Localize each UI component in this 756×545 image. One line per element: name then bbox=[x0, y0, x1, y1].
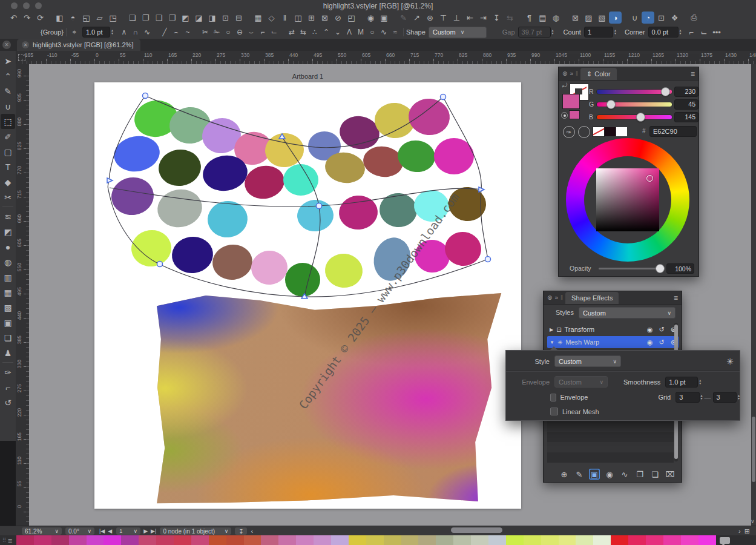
convert-slash-icon[interactable]: ⊘ bbox=[332, 12, 344, 24]
palette-swatch[interactable] bbox=[471, 535, 488, 545]
rotate-90-icon[interactable]: ◱ bbox=[80, 12, 93, 24]
channel-slider-track[interactable] bbox=[596, 89, 672, 94]
direct-select-tool[interactable]: ⌃ bbox=[1, 68, 15, 84]
blend-tool-icon[interactable]: ◉ bbox=[364, 12, 377, 24]
palette-swatch[interactable] bbox=[663, 535, 681, 545]
palette-swatch[interactable] bbox=[51, 535, 69, 545]
node-cusp-icon[interactable]: ∧ bbox=[119, 26, 130, 38]
trim-icon[interactable]: ◪ bbox=[192, 12, 205, 24]
rotate-canvas-tool[interactable]: ↺ bbox=[1, 395, 15, 410]
shape-stack-tool[interactable]: ❏ bbox=[1, 330, 15, 345]
panel-menu-icon[interactable]: ≡ bbox=[691, 70, 695, 78]
intersect-icon[interactable]: ❑ bbox=[153, 12, 165, 24]
text-tool[interactable]: T bbox=[1, 159, 15, 174]
channel-slider-thumb[interactable] bbox=[661, 87, 670, 96]
smooth-path-icon[interactable]: ≈ bbox=[390, 26, 401, 38]
crop-shape-icon[interactable]: ⊡ bbox=[219, 12, 232, 24]
magnet-icon[interactable]: ∪ bbox=[628, 12, 641, 24]
pattern-tool[interactable]: ▩ bbox=[1, 300, 15, 315]
redo-icon[interactable]: ↷ bbox=[21, 12, 33, 24]
grid-y-stepper[interactable]: ▴▾ bbox=[738, 394, 740, 400]
palette-swatch[interactable] bbox=[104, 535, 121, 545]
palette-swatch[interactable] bbox=[261, 535, 278, 545]
perspective-icon[interactable]: ◇ bbox=[265, 12, 278, 24]
palette-swatch[interactable] bbox=[87, 535, 104, 545]
undo-icon[interactable]: ↶ bbox=[7, 12, 20, 24]
hatch-icon[interactable]: ▧ bbox=[596, 12, 608, 24]
cut-path-icon[interactable]: ✂ bbox=[200, 26, 211, 38]
crop-tool[interactable]: ⌐ bbox=[1, 380, 15, 395]
comment-bubble-icon[interactable] bbox=[720, 537, 730, 544]
gradient-patch-tool[interactable]: ◩ bbox=[1, 224, 15, 239]
channel-value-input[interactable]: 145 bbox=[674, 112, 698, 122]
tab-close-icon[interactable]: ✕ bbox=[22, 41, 29, 48]
palette-swatch[interactable] bbox=[314, 535, 331, 545]
palette-options-icon[interactable]: ≣ bbox=[8, 537, 13, 544]
snap-bounds-icon[interactable]: ⊡ bbox=[655, 12, 668, 24]
grid-y-input[interactable]: 3 bbox=[713, 392, 737, 403]
blob-tool[interactable]: ● bbox=[1, 239, 15, 254]
lattice-icon[interactable]: ▦ bbox=[252, 12, 265, 24]
replicate-icon[interactable]: ‖ bbox=[278, 12, 291, 24]
close-all-tabs-button[interactable]: ✕ bbox=[2, 41, 11, 49]
channel-slider-track[interactable] bbox=[596, 102, 672, 107]
palette-swatch[interactable] bbox=[331, 535, 349, 545]
convert-cross-icon[interactable]: ⊠ bbox=[318, 12, 331, 24]
swap-direction-icon[interactable]: ⇆ bbox=[298, 26, 309, 38]
count-input[interactable]: 1 bbox=[584, 27, 613, 38]
palette-swatch[interactable] bbox=[488, 535, 506, 545]
palette-swatch[interactable] bbox=[453, 535, 471, 545]
document-tab[interactable]: ✕ highlight3.vstyler [RGB] [@61.2%] bbox=[17, 39, 140, 51]
gear-icon[interactable]: ✳ bbox=[726, 357, 734, 366]
node-smooth-icon[interactable]: ∩ bbox=[130, 26, 141, 38]
styles-dropdown[interactable]: Custom ∨ bbox=[579, 307, 675, 319]
count-stepper[interactable]: ▴▾ bbox=[614, 29, 616, 35]
extend-path-icon[interactable]: Λ bbox=[344, 26, 355, 38]
mesh-fill-icon[interactable]: ▨ bbox=[582, 12, 595, 24]
page-dropdown[interactable]: 1∨ bbox=[116, 527, 140, 535]
knife-tool[interactable]: ✂ bbox=[1, 190, 15, 205]
rounded-rect-tool[interactable]: ▣ bbox=[1, 315, 15, 330]
add-effect-button[interactable]: ⊕ bbox=[559, 469, 570, 480]
open-path-icon[interactable]: ⊖ bbox=[234, 26, 245, 38]
toggle-visibility-button[interactable]: ◉ bbox=[604, 469, 615, 480]
symbol-sprayer-tool[interactable]: ♟ bbox=[1, 345, 15, 360]
envelope-checkbox[interactable] bbox=[550, 394, 556, 401]
zoom-dropdown[interactable]: 61.2%∨ bbox=[22, 527, 62, 535]
exclude-icon[interactable]: ❒ bbox=[166, 12, 179, 24]
selection-info-dropdown[interactable]: 0 node (in 1 object)∨ bbox=[160, 527, 231, 535]
reverse-path-icon[interactable]: ⇄ bbox=[286, 26, 297, 38]
rectangle-tool[interactable]: ▢ bbox=[1, 144, 15, 159]
magnet-tool[interactable]: ∪ bbox=[1, 99, 15, 114]
panel-close-icon[interactable]: ⊗ bbox=[547, 294, 552, 301]
divide-icon[interactable]: ◩ bbox=[179, 12, 192, 24]
fullscreen-icon[interactable]: ⊞ bbox=[744, 527, 750, 535]
corner-round-icon[interactable]: ⌐ bbox=[685, 26, 698, 38]
palette-swatch[interactable] bbox=[524, 535, 541, 545]
horizontal-scrollbar[interactable] bbox=[451, 527, 502, 533]
merge-icon[interactable]: ◨ bbox=[206, 12, 219, 24]
grid-x-stepper[interactable]: ▴▾ bbox=[701, 394, 703, 400]
panel-collapse-icon[interactable]: » bbox=[554, 294, 558, 301]
align-bottom-icon[interactable]: ⊥ bbox=[450, 12, 463, 24]
palette-swatch[interactable] bbox=[436, 535, 453, 545]
blend-frame-icon[interactable]: ▣ bbox=[378, 12, 390, 24]
palette-swatch[interactable] bbox=[628, 535, 646, 545]
palette-swatch[interactable] bbox=[296, 535, 314, 545]
join-corner-icon[interactable]: ⌐ bbox=[257, 26, 268, 38]
palette-swatch[interactable] bbox=[69, 535, 87, 545]
shape-dropdown[interactable]: Custom∨ bbox=[429, 27, 487, 38]
unite-icon[interactable]: ❏ bbox=[126, 12, 139, 24]
ruler-origin-icon[interactable] bbox=[18, 54, 25, 61]
join-arc-icon[interactable]: ⌣ bbox=[246, 26, 257, 38]
smoothness-input[interactable]: 1.0 pt bbox=[665, 377, 698, 388]
panel-menu-icon[interactable]: ≡ bbox=[674, 294, 678, 302]
palette-swatch[interactable] bbox=[191, 535, 209, 545]
palette-swatch[interactable] bbox=[16, 535, 34, 545]
import-icon[interactable]: ↧ bbox=[490, 12, 503, 24]
first-page-icon[interactable]: |◀ bbox=[99, 528, 105, 534]
palette-swatch[interactable] bbox=[506, 535, 524, 545]
rotate-page-icon[interactable]: ⊛ bbox=[424, 12, 436, 24]
distribute-right-icon[interactable]: ⇥ bbox=[477, 12, 490, 24]
palette-swatch[interactable] bbox=[611, 535, 628, 545]
